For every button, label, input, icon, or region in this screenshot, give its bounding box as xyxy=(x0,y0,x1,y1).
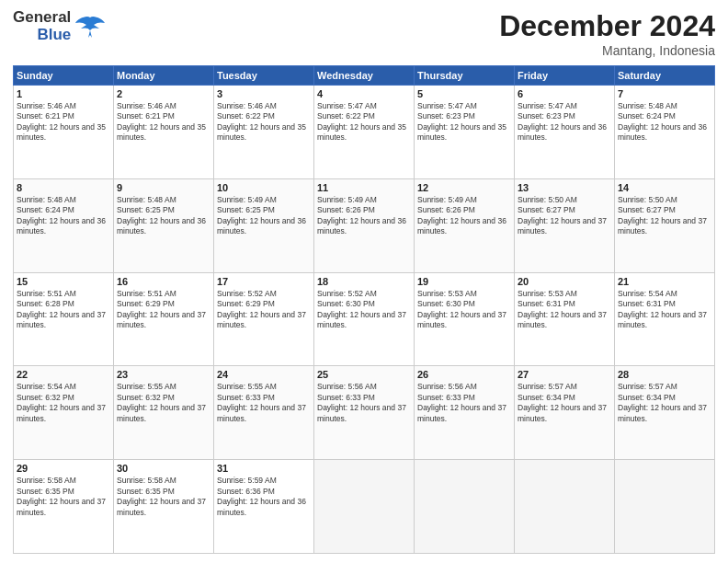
calendar-header-row: Sunday Monday Tuesday Wednesday Thursday… xyxy=(14,66,715,86)
day-number: 13 xyxy=(518,182,611,193)
table-row: 5Sunrise: 5:47 AMSunset: 6:23 PMDaylight… xyxy=(415,86,515,179)
day-number: 5 xyxy=(417,88,511,99)
table-row: 28Sunrise: 5:57 AMSunset: 6:34 PMDayligh… xyxy=(615,366,715,460)
day-number: 21 xyxy=(618,276,711,287)
table-row: 9Sunrise: 5:48 AMSunset: 6:25 PMDaylight… xyxy=(114,178,214,272)
day-info: Sunrise: 5:55 AMSunset: 6:32 PMDaylight:… xyxy=(117,382,210,424)
table-row: 29Sunrise: 5:58 AMSunset: 6:35 PMDayligh… xyxy=(14,460,114,554)
day-number: 25 xyxy=(317,369,411,380)
header: General Blue December 2024 Mantang, Indo… xyxy=(13,9,715,58)
day-info: Sunrise: 5:48 AMSunset: 6:24 PMDaylight:… xyxy=(618,101,711,144)
table-row: 26Sunrise: 5:56 AMSunset: 6:33 PMDayligh… xyxy=(415,366,515,460)
table-row: 3Sunrise: 5:46 AMSunset: 6:22 PMDaylight… xyxy=(214,86,314,179)
day-number: 22 xyxy=(17,369,110,380)
col-monday: Monday xyxy=(114,66,214,86)
day-info: Sunrise: 5:51 AMSunset: 6:29 PMDaylight:… xyxy=(117,289,210,331)
table-row: 19Sunrise: 5:53 AMSunset: 6:30 PMDayligh… xyxy=(415,272,515,366)
day-info: Sunrise: 5:53 AMSunset: 6:31 PMDaylight:… xyxy=(518,289,611,331)
table-row: 21Sunrise: 5:54 AMSunset: 6:31 PMDayligh… xyxy=(615,272,715,366)
table-row: 14Sunrise: 5:50 AMSunset: 6:27 PMDayligh… xyxy=(615,178,715,272)
table-row: 4Sunrise: 5:47 AMSunset: 6:22 PMDaylight… xyxy=(314,86,415,179)
day-info: Sunrise: 5:46 AMSunset: 6:21 PMDaylight:… xyxy=(17,101,110,144)
table-row: 13Sunrise: 5:50 AMSunset: 6:27 PMDayligh… xyxy=(515,178,615,272)
table-row xyxy=(615,460,715,554)
table-row: 10Sunrise: 5:49 AMSunset: 6:25 PMDayligh… xyxy=(214,178,314,272)
day-info: Sunrise: 5:48 AMSunset: 6:24 PMDaylight:… xyxy=(17,195,110,237)
day-number: 2 xyxy=(117,88,210,99)
day-info: Sunrise: 5:50 AMSunset: 6:27 PMDaylight:… xyxy=(618,195,711,237)
day-number: 20 xyxy=(518,276,611,287)
day-number: 4 xyxy=(317,88,411,99)
table-row: 12Sunrise: 5:49 AMSunset: 6:26 PMDayligh… xyxy=(415,178,515,272)
calendar-week-row: 15Sunrise: 5:51 AMSunset: 6:28 PMDayligh… xyxy=(14,272,715,366)
table-row: 11Sunrise: 5:49 AMSunset: 6:26 PMDayligh… xyxy=(314,178,415,272)
col-saturday: Saturday xyxy=(615,66,715,86)
col-wednesday: Wednesday xyxy=(314,66,415,86)
table-row: 18Sunrise: 5:52 AMSunset: 6:30 PMDayligh… xyxy=(314,272,415,366)
day-info: Sunrise: 5:56 AMSunset: 6:33 PMDaylight:… xyxy=(317,382,411,424)
col-friday: Friday xyxy=(515,66,615,86)
day-info: Sunrise: 5:46 AMSunset: 6:22 PMDaylight:… xyxy=(217,101,311,144)
logo-icon xyxy=(74,10,107,43)
day-info: Sunrise: 5:47 AMSunset: 6:23 PMDaylight:… xyxy=(518,101,611,144)
table-row: 17Sunrise: 5:52 AMSunset: 6:29 PMDayligh… xyxy=(214,272,314,366)
day-info: Sunrise: 5:59 AMSunset: 6:36 PMDaylight:… xyxy=(217,476,311,518)
day-info: Sunrise: 5:57 AMSunset: 6:34 PMDaylight:… xyxy=(518,382,611,424)
table-row: 15Sunrise: 5:51 AMSunset: 6:28 PMDayligh… xyxy=(14,272,114,366)
day-info: Sunrise: 5:49 AMSunset: 6:26 PMDaylight:… xyxy=(317,195,411,237)
logo-blue: Blue xyxy=(37,27,71,44)
table-row: 30Sunrise: 5:58 AMSunset: 6:35 PMDayligh… xyxy=(114,460,214,554)
day-number: 28 xyxy=(618,369,711,380)
table-row: 27Sunrise: 5:57 AMSunset: 6:34 PMDayligh… xyxy=(515,366,615,460)
title-section: December 2024 Mantang, Indonesia xyxy=(499,9,715,58)
day-number: 18 xyxy=(317,276,411,287)
day-number: 9 xyxy=(117,182,210,193)
table-row: 16Sunrise: 5:51 AMSunset: 6:29 PMDayligh… xyxy=(114,272,214,366)
table-row: 8Sunrise: 5:48 AMSunset: 6:24 PMDaylight… xyxy=(14,178,114,272)
day-number: 30 xyxy=(117,463,210,474)
day-number: 16 xyxy=(117,276,210,287)
table-row: 1Sunrise: 5:46 AMSunset: 6:21 PMDaylight… xyxy=(14,86,114,179)
main-title: December 2024 xyxy=(499,9,715,43)
day-info: Sunrise: 5:58 AMSunset: 6:35 PMDaylight:… xyxy=(17,476,110,518)
subtitle: Mantang, Indonesia xyxy=(499,43,715,58)
table-row: 22Sunrise: 5:54 AMSunset: 6:32 PMDayligh… xyxy=(14,366,114,460)
day-info: Sunrise: 5:47 AMSunset: 6:23 PMDaylight:… xyxy=(417,101,511,144)
day-number: 23 xyxy=(117,369,210,380)
main-container: General Blue December 2024 Mantang, Indo… xyxy=(0,0,728,563)
day-number: 7 xyxy=(618,88,711,99)
day-info: Sunrise: 5:56 AMSunset: 6:33 PMDaylight:… xyxy=(417,382,511,424)
table-row: 23Sunrise: 5:55 AMSunset: 6:32 PMDayligh… xyxy=(114,366,214,460)
day-info: Sunrise: 5:49 AMSunset: 6:26 PMDaylight:… xyxy=(417,195,511,237)
day-info: Sunrise: 5:53 AMSunset: 6:30 PMDaylight:… xyxy=(417,289,511,331)
table-row: 20Sunrise: 5:53 AMSunset: 6:31 PMDayligh… xyxy=(515,272,615,366)
day-info: Sunrise: 5:48 AMSunset: 6:25 PMDaylight:… xyxy=(117,195,210,237)
col-tuesday: Tuesday xyxy=(214,66,314,86)
table-row xyxy=(415,460,515,554)
day-number: 6 xyxy=(518,88,611,99)
table-row: 6Sunrise: 5:47 AMSunset: 6:23 PMDaylight… xyxy=(515,86,615,179)
day-number: 10 xyxy=(217,182,311,193)
table-row: 7Sunrise: 5:48 AMSunset: 6:24 PMDaylight… xyxy=(615,86,715,179)
day-info: Sunrise: 5:47 AMSunset: 6:22 PMDaylight:… xyxy=(317,101,411,144)
table-row: 25Sunrise: 5:56 AMSunset: 6:33 PMDayligh… xyxy=(314,366,415,460)
table-row xyxy=(314,460,415,554)
col-sunday: Sunday xyxy=(14,66,114,86)
day-number: 1 xyxy=(17,88,110,99)
day-number: 19 xyxy=(417,276,511,287)
day-info: Sunrise: 5:52 AMSunset: 6:29 PMDaylight:… xyxy=(217,289,311,331)
day-info: Sunrise: 5:54 AMSunset: 6:31 PMDaylight:… xyxy=(618,289,711,331)
day-number: 3 xyxy=(217,88,311,99)
day-number: 8 xyxy=(17,182,110,193)
day-number: 12 xyxy=(417,182,511,193)
table-row xyxy=(515,460,615,554)
day-number: 14 xyxy=(618,182,711,193)
day-number: 17 xyxy=(217,276,311,287)
day-info: Sunrise: 5:50 AMSunset: 6:27 PMDaylight:… xyxy=(518,195,611,237)
day-info: Sunrise: 5:51 AMSunset: 6:28 PMDaylight:… xyxy=(17,289,110,331)
table-row: 2Sunrise: 5:46 AMSunset: 6:21 PMDaylight… xyxy=(114,86,214,179)
day-info: Sunrise: 5:52 AMSunset: 6:30 PMDaylight:… xyxy=(317,289,411,331)
day-number: 11 xyxy=(317,182,411,193)
calendar-table: Sunday Monday Tuesday Wednesday Thursday… xyxy=(13,65,715,554)
day-number: 15 xyxy=(17,276,110,287)
